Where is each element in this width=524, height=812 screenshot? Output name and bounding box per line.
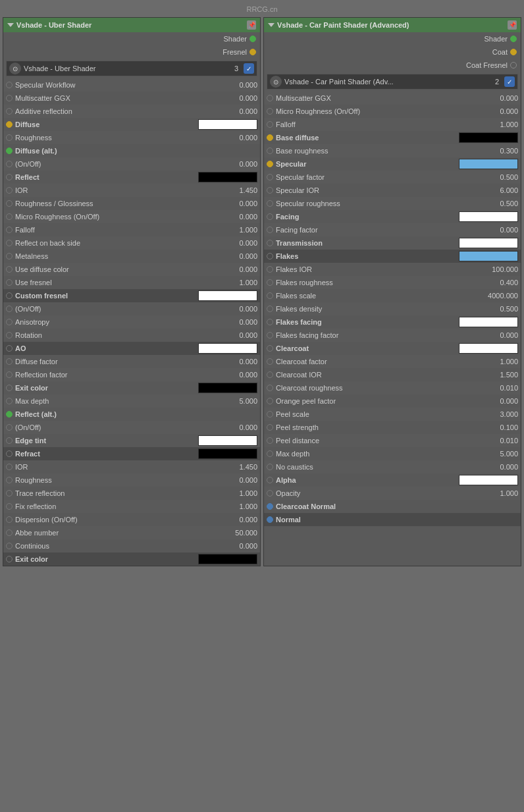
socket-34[interactable] xyxy=(6,529,13,536)
socket-30[interactable] xyxy=(6,477,13,483)
socket-11[interactable] xyxy=(267,240,273,246)
socket-8[interactable] xyxy=(267,200,273,207)
socket-21[interactable] xyxy=(6,358,13,365)
color-swatch-3[interactable] xyxy=(198,119,257,130)
output-socket[interactable] xyxy=(510,62,517,68)
collapse-triangle-right[interactable] xyxy=(268,23,275,27)
color-swatch-9[interactable] xyxy=(459,211,518,222)
socket-8[interactable] xyxy=(6,187,13,194)
socket-6[interactable] xyxy=(6,161,13,167)
socket-10[interactable] xyxy=(6,213,13,220)
socket-17[interactable] xyxy=(6,306,13,312)
color-swatch-19[interactable] xyxy=(459,343,518,354)
socket-12[interactable] xyxy=(6,240,13,246)
socket-9[interactable] xyxy=(6,200,13,207)
left-node-selector[interactable]: ⊙ Vshade - Uber Shader 3 ✓ xyxy=(6,61,257,76)
left-check-icon[interactable]: ✓ xyxy=(244,63,254,74)
right-check-icon[interactable]: ✓ xyxy=(504,76,515,87)
socket-15[interactable] xyxy=(6,279,13,286)
socket-0[interactable] xyxy=(267,95,273,101)
socket-20[interactable] xyxy=(267,358,273,365)
socket-7[interactable] xyxy=(6,174,13,180)
color-swatch-11[interactable] xyxy=(459,238,518,248)
socket-9[interactable] xyxy=(267,213,273,220)
socket-0[interactable] xyxy=(6,82,13,88)
color-swatch-27[interactable] xyxy=(198,435,257,446)
socket-3[interactable] xyxy=(6,121,13,128)
right-node-selector[interactable]: ⊙ Vshade - Car Paint Shader (Adv... 2 ✓ xyxy=(267,74,518,90)
socket-16[interactable] xyxy=(267,306,273,312)
socket-28[interactable] xyxy=(267,464,273,470)
output-socket[interactable] xyxy=(510,49,517,55)
color-swatch-17[interactable] xyxy=(459,317,518,327)
collapse-triangle-left[interactable] xyxy=(7,23,14,27)
socket-32[interactable] xyxy=(6,503,13,510)
socket-31[interactable] xyxy=(6,490,13,497)
socket-22[interactable] xyxy=(267,385,273,391)
socket-25[interactable] xyxy=(6,411,13,418)
color-swatch-16[interactable] xyxy=(198,290,257,301)
socket-6[interactable] xyxy=(267,174,273,180)
socket-19[interactable] xyxy=(267,345,273,352)
color-swatch-3[interactable] xyxy=(459,132,518,143)
color-swatch-36[interactable] xyxy=(198,554,257,564)
socket-27[interactable] xyxy=(6,437,13,444)
socket-31[interactable] xyxy=(267,503,273,510)
socket-25[interactable] xyxy=(267,424,273,431)
socket-14[interactable] xyxy=(6,266,13,273)
pin-icon-left[interactable]: 📌 xyxy=(247,20,256,30)
row-label-12: Flakes xyxy=(276,252,459,260)
socket-27[interactable] xyxy=(267,450,273,457)
pin-icon-right[interactable]: 📌 xyxy=(508,20,517,30)
socket-24[interactable] xyxy=(267,411,273,418)
socket-30[interactable] xyxy=(267,490,273,497)
socket-32[interactable] xyxy=(267,516,273,523)
socket-33[interactable] xyxy=(6,516,13,523)
socket-29[interactable] xyxy=(6,464,13,470)
socket-2[interactable] xyxy=(267,121,273,128)
output-socket[interactable] xyxy=(249,36,256,42)
socket-29[interactable] xyxy=(267,477,273,483)
socket-17[interactable] xyxy=(267,319,273,325)
socket-1[interactable] xyxy=(267,108,273,115)
color-swatch-20[interactable] xyxy=(198,343,257,354)
socket-23[interactable] xyxy=(267,398,273,404)
color-swatch-29[interactable] xyxy=(459,475,518,485)
socket-13[interactable] xyxy=(6,253,13,259)
socket-5[interactable] xyxy=(6,148,13,154)
socket-36[interactable] xyxy=(6,556,13,562)
color-swatch-28[interactable] xyxy=(198,448,257,459)
socket-2[interactable] xyxy=(6,108,13,115)
socket-28[interactable] xyxy=(6,450,13,457)
socket-15[interactable] xyxy=(267,292,273,299)
socket-11[interactable] xyxy=(6,227,13,233)
socket-26[interactable] xyxy=(6,424,13,431)
color-swatch-5[interactable] xyxy=(459,159,518,169)
color-swatch-12[interactable] xyxy=(459,251,518,261)
socket-3[interactable] xyxy=(267,134,273,141)
socket-22[interactable] xyxy=(6,371,13,378)
output-socket[interactable] xyxy=(510,36,517,42)
color-swatch-23[interactable] xyxy=(198,383,257,393)
socket-23[interactable] xyxy=(6,385,13,391)
socket-5[interactable] xyxy=(267,161,273,167)
socket-7[interactable] xyxy=(267,187,273,194)
socket-14[interactable] xyxy=(267,279,273,286)
socket-4[interactable] xyxy=(267,148,273,154)
socket-18[interactable] xyxy=(6,319,13,325)
socket-12[interactable] xyxy=(267,253,273,259)
socket-4[interactable] xyxy=(6,134,13,141)
socket-13[interactable] xyxy=(267,266,273,273)
socket-16[interactable] xyxy=(6,292,13,299)
socket-24[interactable] xyxy=(6,398,13,404)
socket-20[interactable] xyxy=(6,345,13,352)
socket-1[interactable] xyxy=(6,95,13,101)
socket-26[interactable] xyxy=(267,437,273,444)
socket-10[interactable] xyxy=(267,227,273,233)
socket-35[interactable] xyxy=(6,543,13,549)
color-swatch-7[interactable] xyxy=(198,172,257,182)
output-socket[interactable] xyxy=(249,49,256,55)
socket-18[interactable] xyxy=(267,332,273,338)
socket-21[interactable] xyxy=(267,371,273,378)
socket-19[interactable] xyxy=(6,332,13,338)
